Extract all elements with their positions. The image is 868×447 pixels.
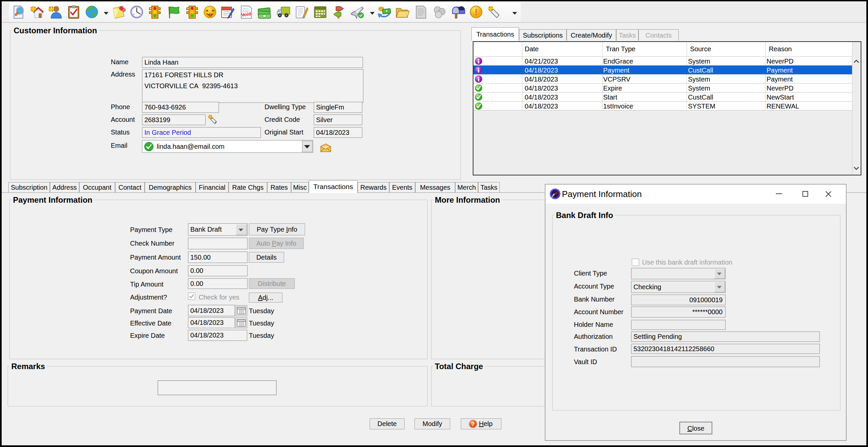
svg-text:!: !	[475, 7, 478, 17]
svg-text:?: ?	[471, 421, 474, 427]
